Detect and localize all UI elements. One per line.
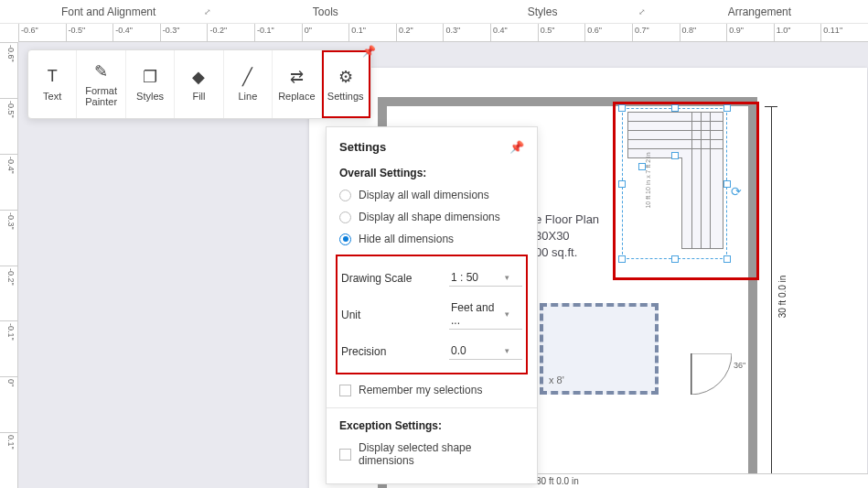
ruler-tick: -0.4" — [113, 24, 160, 41]
fill-button[interactable]: ◆ Fill — [175, 50, 223, 118]
ruler-tick: 0.11" — [820, 24, 868, 41]
ruler-horizontal: -0.6" -0.5" -0.4" -0.3" -0.2" -0.1" 0" 0… — [18, 24, 868, 42]
pin-icon[interactable]: 📌 — [509, 140, 524, 154]
tab-label: Arrangement — [728, 5, 791, 18]
radio-hide-all-dims[interactable]: Hide all dimensions — [339, 233, 524, 245]
section-exception-title: Exception Settings: — [339, 419, 524, 432]
text-icon: T — [42, 67, 62, 87]
expand-icon[interactable]: ⤢ — [638, 7, 646, 16]
btn-label: Settings — [327, 91, 364, 102]
radio-label: Display all shape dimensions — [359, 211, 500, 223]
dimension-vertical: 30 ft 0.0 in — [765, 106, 777, 486]
ruler-vertical: -0.6" -0.5" -0.4" -0.3" -0.2" -0.1" 0" 0… — [0, 42, 18, 488]
section-overall-title: Overall Settings: — [339, 167, 524, 179]
radio-icon — [339, 190, 351, 201]
panel-title: Settings — [339, 140, 386, 154]
unit-label: Unit — [341, 309, 360, 321]
resize-handle[interactable] — [723, 255, 731, 263]
divider — [327, 407, 537, 408]
rotate-handle[interactable]: ⟳ — [731, 184, 744, 197]
radio-label: Hide all dimensions — [359, 233, 454, 245]
checkbox-label: Display selected shape dimensions — [359, 441, 524, 467]
btn-label: Format Painter — [79, 85, 123, 107]
btn-label: Replace — [278, 91, 315, 102]
ruler-tick: 0.1" — [348, 24, 396, 41]
line-icon: ╱ — [238, 67, 258, 87]
status-readout: 30 ft 0.0 in — [530, 473, 868, 488]
styles-button[interactable]: ❐ Styles — [126, 50, 175, 118]
ruler-tick: 1.0" — [774, 24, 821, 41]
styles-icon: ❐ — [140, 67, 160, 87]
floating-toolbar: T Text ✎ Format Painter ❐ Styles ◆ Fill … — [27, 49, 371, 119]
resize-handle[interactable] — [618, 104, 626, 112]
gear-icon: ⚙ — [336, 67, 356, 87]
replace-button[interactable]: ⇄ Replace — [273, 50, 321, 118]
ruler-tick: 0.8" — [680, 24, 727, 41]
tab-label: Styles — [528, 5, 558, 18]
readout-value: 30 ft 0.0 in — [536, 476, 579, 486]
btn-label: Text — [43, 91, 61, 102]
tab-label: Tools — [313, 5, 338, 18]
fill-icon: ◆ — [188, 67, 209, 87]
canvas[interactable]: x 8' 36" e Floor Plan 30X30 00 sq.ft. 30… — [18, 42, 868, 488]
pin-icon[interactable]: 📌 — [362, 45, 376, 58]
ruler-tick: 0.6" — [584, 24, 632, 41]
settings-button[interactable]: ⚙ Settings — [322, 50, 370, 118]
resize-handle[interactable] — [671, 255, 679, 263]
remember-checkbox[interactable]: Remember my selections — [339, 384, 524, 396]
checkbox-label: Remember my selections — [359, 384, 482, 396]
ruler-tick: -0.1" — [254, 24, 302, 41]
line-button[interactable]: ╱ Line — [224, 50, 273, 118]
ruler-tick: 0.3" — [443, 24, 490, 41]
annotation-highlight: Drawing Scale 1 : 50 Unit Feet and ... P… — [336, 255, 528, 374]
floorplan-room[interactable]: x 8' — [540, 303, 659, 395]
resize-handle[interactable] — [723, 180, 731, 188]
ruler-tick: 0.2" — [396, 24, 444, 41]
vertex-handle[interactable] — [638, 163, 646, 170]
ribbon-tab-tools[interactable]: Tools — [217, 0, 434, 23]
exception-checkbox[interactable]: Display selected shape dimensions — [339, 441, 524, 467]
ribbon-tab-arrangement[interactable]: Arrangement — [651, 0, 868, 23]
paintbrush-icon: ✎ — [91, 61, 112, 81]
radio-display-wall-dims[interactable]: Display all wall dimensions — [339, 189, 524, 201]
ribbon-tab-font[interactable]: Font and Alignment ⤢ — [0, 0, 217, 23]
floorplan-title-line: e Floor Plan — [535, 211, 599, 228]
ruler-tick: 0" — [302, 24, 349, 41]
precision-select[interactable]: 0.0 — [449, 342, 522, 360]
text-button[interactable]: T Text — [28, 50, 77, 118]
resize-handle[interactable] — [671, 104, 679, 112]
resize-handle[interactable] — [618, 180, 626, 188]
resize-handle[interactable] — [618, 255, 626, 263]
ruler-tick: -0.6" — [18, 24, 66, 41]
radio-icon — [339, 211, 351, 223]
resize-handle[interactable] — [723, 104, 731, 112]
door-icon[interactable] — [691, 353, 732, 395]
scale-select[interactable]: 1 : 50 — [449, 269, 522, 287]
ruler-tick: 0.1" — [0, 432, 17, 488]
door-dimension: 36" — [734, 361, 745, 370]
floorplan-title: e Floor Plan 30X30 00 sq.ft. — [535, 211, 599, 262]
tab-label: Font and Alignment — [61, 5, 155, 18]
ruler-tick: -0.5" — [66, 24, 113, 41]
btn-label: Styles — [136, 91, 164, 102]
expand-icon[interactable]: ⤢ — [204, 7, 211, 16]
ribbon-tab-styles[interactable]: Styles ⤢ — [434, 0, 651, 23]
ruler-tick: -0.1" — [0, 320, 17, 376]
selection-bounds[interactable]: ⟳ — [622, 108, 727, 259]
replace-icon: ⇄ — [286, 67, 306, 87]
radio-icon — [339, 233, 351, 245]
vertex-handle[interactable] — [671, 152, 679, 159]
checkbox-icon — [339, 449, 351, 461]
format-painter-button[interactable]: ✎ Format Painter — [77, 50, 125, 118]
dimension-value: 30 ft 0.0 in — [777, 275, 788, 318]
radio-label: Display all wall dimensions — [359, 189, 489, 201]
btn-label: Line — [239, 91, 258, 102]
ruler-tick: -0.6" — [0, 42, 17, 98]
ruler-tick: 0.7" — [632, 24, 680, 41]
unit-select[interactable]: Feet and ... — [449, 299, 522, 330]
ruler-tick: -0.4" — [0, 154, 17, 210]
floorplan-area-line: 00 sq.ft. — [535, 244, 599, 261]
ruler-tick: -0.2" — [207, 24, 254, 41]
radio-display-shape-dims[interactable]: Display all shape dimensions — [339, 211, 524, 223]
ruler-tick: 0" — [0, 376, 17, 432]
